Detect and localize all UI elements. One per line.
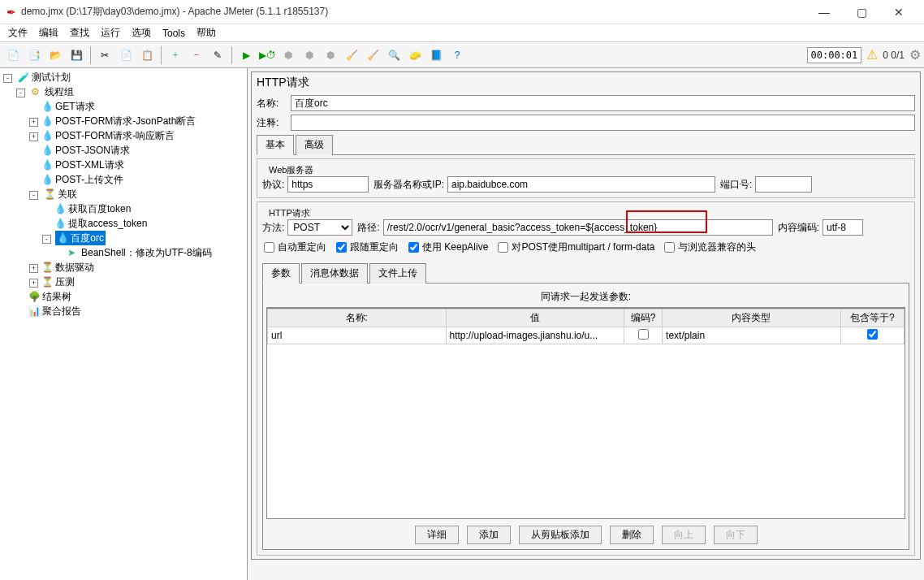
cell-encode[interactable] (624, 327, 663, 344)
keepalive-checkbox[interactable] (408, 242, 419, 253)
tree-toggle[interactable]: + (29, 132, 38, 141)
tree-item-postjson[interactable]: 💧POST-JSON请求 (40, 143, 132, 158)
tree-item-datadrive[interactable]: ⏳数据驱动 (40, 260, 96, 275)
encoding-input[interactable] (823, 219, 863, 236)
tree-item-correlation[interactable]: ⏳关联 (42, 187, 79, 201)
stop-button[interactable]: ⬢ (278, 45, 298, 65)
tab-body[interactable]: 消息体数据 (301, 263, 368, 284)
menu-edit[interactable]: 编辑 (34, 24, 63, 41)
col-encode[interactable]: 编码? (624, 309, 663, 327)
col-value[interactable]: 值 (446, 309, 624, 327)
clear-button[interactable]: 🧹 (342, 45, 361, 65)
cell-value[interactable]: http://upload-images.jianshu.io/u... (446, 327, 624, 344)
tree-item-postform-resp[interactable]: 💧POST-FORM请求-响应断言 (40, 128, 176, 143)
tree-item-baidu-orc[interactable]: 💧百度orc (55, 231, 106, 245)
server-input[interactable] (447, 176, 715, 193)
menu-file[interactable]: 文件 (3, 24, 32, 41)
comment-input[interactable] (291, 115, 915, 131)
clear-all-button[interactable]: 🧹 (363, 45, 382, 65)
tree-item-yace[interactable]: ⏳压测 (40, 275, 76, 289)
include-checkbox[interactable] (867, 329, 878, 340)
shutdown-button[interactable]: ⬢ (300, 45, 319, 65)
tree-pane[interactable]: - 🧪测试计划 - ⚙线程组 💧GET请求 +💧POST-FORM请求-Json… (0, 68, 248, 580)
col-include[interactable]: 包含等于? (840, 309, 904, 327)
tree-toggle[interactable]: - (42, 235, 51, 244)
menu-help[interactable]: 帮助 (192, 24, 221, 41)
autoredirect-checkbox[interactable] (264, 242, 274, 253)
minimize-button[interactable]: — (805, 0, 843, 24)
remote-stop-button[interactable]: ⬢ (321, 45, 340, 65)
save-button[interactable]: 💾 (67, 45, 86, 65)
new-button[interactable]: 📄 (3, 45, 23, 65)
expand-button[interactable]: ＋ (166, 45, 185, 65)
detail-button[interactable]: 详细 (415, 526, 459, 544)
path-input[interactable] (383, 219, 773, 236)
menu-options[interactable]: 选项 (127, 24, 156, 41)
down-button[interactable]: 向下 (714, 526, 758, 544)
tree-item-postupload[interactable]: 💧POST-上传文件 (40, 172, 125, 187)
check-autoredirect[interactable]: 自动重定向 (264, 240, 326, 254)
run-button[interactable]: ▶ (236, 45, 256, 65)
cell-ctype[interactable]: text/plain (663, 327, 841, 344)
cell-include[interactable] (840, 327, 904, 344)
tree-item-postform-json[interactable]: 💧POST-FORM请求-JsonPath断言 (40, 114, 197, 128)
followredirect-checkbox[interactable] (336, 242, 347, 253)
maximize-button[interactable]: ▢ (843, 0, 880, 24)
browser-checkbox[interactable] (664, 242, 675, 253)
encode-checkbox[interactable] (638, 329, 649, 340)
templates-button[interactable]: 📑 (24, 45, 44, 65)
menu-run[interactable]: 运行 (96, 24, 125, 41)
tree-item-get[interactable]: 💧GET请求 (40, 99, 97, 114)
method-select[interactable]: POST (287, 219, 352, 236)
help-button[interactable]: ? (447, 45, 467, 65)
tab-basic[interactable]: 基本 (257, 135, 294, 155)
run-notimer-button[interactable]: ▶⏱ (257, 45, 277, 65)
params-table-area[interactable]: 名称: 值 编码? 内容类型 包含等于? url htt (266, 308, 905, 519)
port-input[interactable] (755, 176, 812, 193)
tab-params[interactable]: 参数 (262, 263, 300, 284)
tree-toggle[interactable]: + (29, 264, 38, 273)
tree-item-beanshell[interactable]: ➤BeanShell：修改为UTF-8编码 (66, 245, 214, 260)
warning-icon[interactable]: ⚠ (866, 47, 878, 63)
tree-toggle[interactable]: + (29, 118, 38, 127)
cell-name[interactable]: url (268, 327, 447, 344)
name-input[interactable] (291, 95, 915, 111)
check-multipart[interactable]: 对POST使用multipart / form-data (498, 240, 654, 254)
multipart-checkbox[interactable] (498, 242, 508, 253)
menu-search[interactable]: 查找 (65, 24, 94, 41)
delete-button[interactable]: 删除 (610, 526, 654, 544)
check-followredirect[interactable]: 跟随重定向 (336, 240, 399, 254)
collapse-button[interactable]: － (187, 45, 206, 65)
tree-toggle[interactable]: - (16, 89, 25, 97)
close-button[interactable]: ✕ (880, 0, 918, 24)
tree-thread-group[interactable]: ⚙线程组 (29, 84, 76, 99)
tree-test-plan[interactable]: 🧪测试计划 (16, 70, 72, 84)
copy-button[interactable]: 📄 (116, 45, 136, 65)
search-button[interactable]: 🔍 (384, 45, 404, 65)
reset-search-button[interactable]: 🧽 (405, 45, 425, 65)
add-button[interactable]: 添加 (467, 526, 511, 544)
col-name[interactable]: 名称: (268, 309, 447, 327)
menu-tools[interactable]: Tools (158, 26, 190, 41)
toggle-button[interactable]: ✎ (208, 45, 227, 65)
tree-result-tree[interactable]: 🌳结果树 (27, 289, 73, 304)
tab-files[interactable]: 文件上传 (369, 263, 426, 284)
tree-aggregate-report[interactable]: 📊聚合报告 (27, 304, 83, 318)
settings-icon[interactable]: ⚙ (909, 47, 921, 63)
open-button[interactable]: 📂 (45, 45, 65, 65)
up-button[interactable]: 向上 (662, 526, 706, 544)
check-browser[interactable]: 与浏览器兼容的头 (664, 240, 756, 254)
tree-toggle[interactable]: - (29, 191, 38, 200)
check-keepalive[interactable]: 使用 KeepAlive (408, 240, 488, 254)
cut-button[interactable]: ✂ (95, 45, 114, 65)
tree-toggle[interactable]: + (29, 279, 38, 288)
tree-item-postxml[interactable]: 💧POST-XML请求 (40, 158, 126, 172)
tree-item-get-token[interactable]: 💧获取百度token (53, 201, 132, 216)
param-row[interactable]: url http://upload-images.jianshu.io/u...… (268, 327, 905, 344)
tree-item-extract-token[interactable]: 💧提取access_token (53, 216, 149, 231)
tab-advanced[interactable]: 高级 (296, 135, 333, 155)
col-ctype[interactable]: 内容类型 (663, 309, 841, 327)
paste-button[interactable]: 📋 (137, 45, 157, 65)
clipboard-button[interactable]: 从剪贴板添加 (519, 526, 602, 544)
protocol-input[interactable] (287, 176, 369, 193)
